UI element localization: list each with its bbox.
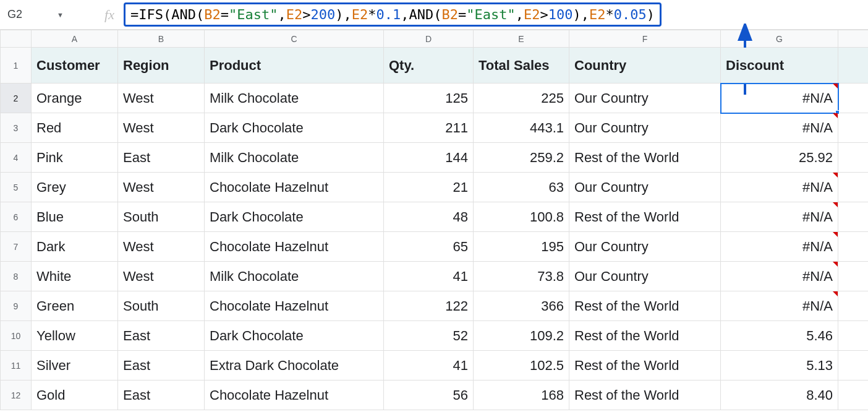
cell-D2[interactable]: 125 [384, 84, 474, 113]
cell-E11[interactable]: 102.5 [474, 351, 569, 380]
col-header-G[interactable]: G [721, 30, 838, 48]
cell-A10[interactable]: Yellow [32, 321, 118, 351]
cell-G3[interactable]: #N/A [721, 113, 838, 143]
cell-A12[interactable]: Gold [32, 380, 118, 410]
cell-G7[interactable]: #N/A [721, 232, 838, 262]
cell-G8[interactable]: #N/A [721, 262, 838, 291]
col-header-B[interactable]: B [118, 30, 205, 48]
cell-F2[interactable]: Our Country [569, 84, 721, 113]
cell-E2[interactable]: 225 [474, 84, 569, 113]
cell-F12[interactable]: Rest of the World [569, 380, 721, 410]
cell-G5[interactable]: #N/A [721, 173, 838, 202]
cell-B9[interactable]: South [118, 291, 205, 321]
cell-C6[interactable]: Dark Chocolate [205, 202, 384, 232]
cell-F11[interactable]: Rest of the World [569, 351, 721, 380]
row-header-10[interactable]: 10 [1, 321, 32, 351]
cell-A4[interactable]: Pink [32, 143, 118, 173]
cell-A9[interactable]: Green [32, 291, 118, 321]
cell-D4[interactable]: 144 [384, 143, 474, 173]
cell-G11[interactable]: 5.13 [721, 351, 838, 380]
cell-B7[interactable]: West [118, 232, 205, 262]
cell-C8[interactable]: Milk Chocolate [205, 262, 384, 291]
cell-C2[interactable]: Milk Chocolate [205, 84, 384, 113]
cell-G12[interactable]: 8.40 [721, 380, 838, 410]
cell-G4[interactable]: 25.92 [721, 143, 838, 173]
row-header-6[interactable]: 6 [1, 202, 32, 232]
cell-C5[interactable]: Chocolate Hazelnut [205, 173, 384, 202]
row-header-12[interactable]: 12 [1, 380, 32, 410]
cell-F7[interactable]: Our Country [569, 232, 721, 262]
cell-A2[interactable]: Orange [32, 84, 118, 113]
cell-C12[interactable]: Chocolate Hazelnut [205, 380, 384, 410]
cell-blank[interactable] [838, 113, 869, 143]
row-header-9[interactable]: 9 [1, 291, 32, 321]
cell-E10[interactable]: 109.2 [474, 321, 569, 351]
header-cell-D[interactable]: Qty. [384, 48, 474, 84]
cell-G9[interactable]: #N/A [721, 291, 838, 321]
cell-A6[interactable]: Blue [32, 202, 118, 232]
cell-E7[interactable]: 195 [474, 232, 569, 262]
select-all-corner[interactable] [1, 30, 32, 48]
cell-B8[interactable]: West [118, 262, 205, 291]
header-cell-E[interactable]: Total Sales [474, 48, 569, 84]
cell-E8[interactable]: 73.8 [474, 262, 569, 291]
row-header-5[interactable]: 5 [1, 173, 32, 202]
cell-D7[interactable]: 65 [384, 232, 474, 262]
header-cell-A[interactable]: Customer [32, 48, 118, 84]
cell-F5[interactable]: Our Country [569, 173, 721, 202]
cell-B5[interactable]: West [118, 173, 205, 202]
cell-E9[interactable]: 366 [474, 291, 569, 321]
name-box[interactable]: G2 ▼ [0, 3, 71, 26]
cell-blank[interactable] [838, 48, 869, 84]
cell-blank[interactable] [838, 202, 869, 232]
cell-C11[interactable]: Extra Dark Chocolate [205, 351, 384, 380]
cell-B3[interactable]: West [118, 113, 205, 143]
cell-G6[interactable]: #N/A [721, 202, 838, 232]
cell-A3[interactable]: Red [32, 113, 118, 143]
cell-blank[interactable] [838, 84, 869, 113]
cell-E5[interactable]: 63 [474, 173, 569, 202]
cell-C9[interactable]: Chocolate Hazelnut [205, 291, 384, 321]
cell-F4[interactable]: Rest of the World [569, 143, 721, 173]
cell-F9[interactable]: Rest of the World [569, 291, 721, 321]
cell-C3[interactable]: Dark Chocolate [205, 113, 384, 143]
cell-D3[interactable]: 211 [384, 113, 474, 143]
cell-D6[interactable]: 48 [384, 202, 474, 232]
spreadsheet-grid[interactable]: A B C D E F G 1CustomerRegionProductQty.… [0, 30, 868, 410]
cell-B4[interactable]: East [118, 143, 205, 173]
cell-D10[interactable]: 52 [384, 321, 474, 351]
cell-A5[interactable]: Grey [32, 173, 118, 202]
header-cell-B[interactable]: Region [118, 48, 205, 84]
cell-D8[interactable]: 41 [384, 262, 474, 291]
row-header-2[interactable]: 2 [1, 84, 32, 113]
row-header-3[interactable]: 3 [1, 113, 32, 143]
cell-G10[interactable]: 5.46 [721, 321, 838, 351]
cell-B6[interactable]: South [118, 202, 205, 232]
row-header-11[interactable]: 11 [1, 351, 32, 380]
cell-F3[interactable]: Our Country [569, 113, 721, 143]
header-cell-G[interactable]: Discount [721, 48, 838, 84]
col-header-C[interactable]: C [205, 30, 384, 48]
cell-D5[interactable]: 21 [384, 173, 474, 202]
cell-F10[interactable]: Rest of the World [569, 321, 721, 351]
cell-G2[interactable]: #N/A [721, 84, 838, 113]
cell-B12[interactable]: East [118, 380, 205, 410]
cell-E3[interactable]: 443.1 [474, 113, 569, 143]
cell-blank[interactable] [838, 143, 869, 173]
cell-blank[interactable] [838, 173, 869, 202]
cell-B2[interactable]: West [118, 84, 205, 113]
row-header-4[interactable]: 4 [1, 143, 32, 173]
formula-input[interactable]: =IFS(AND(B2="East",E2>200),E2*0.1,AND(B2… [124, 0, 868, 29]
cell-F8[interactable]: Our Country [569, 262, 721, 291]
cell-E6[interactable]: 100.8 [474, 202, 569, 232]
cell-blank[interactable] [838, 380, 869, 410]
cell-C7[interactable]: Chocolate Hazelnut [205, 232, 384, 262]
cell-D12[interactable]: 56 [384, 380, 474, 410]
row-header-1[interactable]: 1 [1, 48, 32, 84]
cell-C10[interactable]: Dark Chocolate [205, 321, 384, 351]
cell-B11[interactable]: East [118, 351, 205, 380]
cell-F6[interactable]: Rest of the World [569, 202, 721, 232]
header-cell-C[interactable]: Product [205, 48, 384, 84]
cell-D11[interactable]: 41 [384, 351, 474, 380]
cell-blank[interactable] [838, 232, 869, 262]
